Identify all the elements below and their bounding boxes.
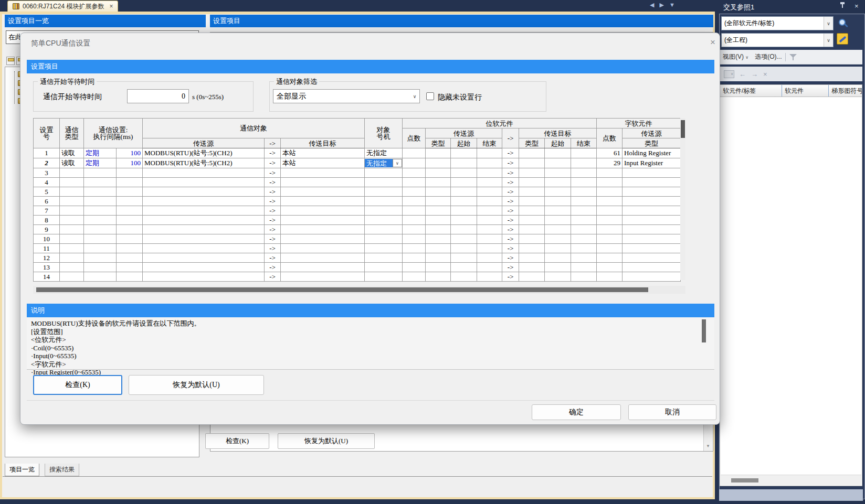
tab-item-list[interactable]: 项目一览: [5, 464, 39, 476]
cell-bit-dst-type[interactable]: [519, 158, 545, 168]
cell-target-station[interactable]: [365, 187, 403, 197]
cell-word-points: [597, 206, 623, 216]
cell-target-station[interactable]: [365, 263, 403, 272]
wait-time-input[interactable]: 0: [127, 89, 189, 103]
filter-dropdown[interactable]: 全部显示 ∨: [273, 89, 420, 103]
cell-comm-type[interactable]: [60, 244, 84, 253]
options-menu[interactable]: 选项(O)...: [755, 52, 782, 61]
description-scrollbar-thumb[interactable]: [702, 319, 706, 342]
cell-comm-type[interactable]: [60, 253, 84, 263]
cell-bit-dst-type[interactable]: [519, 148, 545, 158]
scrollbar-thumb[interactable]: [36, 287, 648, 292]
cell-dest: [281, 225, 365, 234]
cell-target-station[interactable]: [365, 253, 403, 263]
cell-comm-setting: [84, 168, 117, 178]
cell-comm-type[interactable]: 读取: [60, 148, 84, 158]
combo-dropdown-icon[interactable]: ∨: [824, 17, 833, 30]
display-mode-icon[interactable]: ∨: [724, 70, 734, 78]
tab-search-result[interactable]: 搜索结果: [45, 464, 79, 476]
cell-comm-type[interactable]: [60, 225, 84, 234]
cell-comm-type[interactable]: [60, 187, 84, 197]
cell-comm-setting[interactable]: 定期: [84, 158, 117, 168]
next-tab-icon[interactable]: ▶: [659, 2, 663, 8]
panel-close-icon[interactable]: ×: [855, 2, 859, 10]
cell-comm-type[interactable]: [60, 216, 84, 225]
cell-word-src-type: [623, 225, 681, 234]
device-filter-combobox[interactable]: (全部软元件/标签) ∨: [721, 16, 834, 30]
cell-comm-type[interactable]: [60, 234, 84, 244]
view-menu[interactable]: 视图(V) ∨: [723, 52, 748, 61]
scroll-down-icon[interactable]: ▼: [705, 443, 711, 449]
cell-target-station[interactable]: 无指定: [365, 148, 403, 158]
table-horizontal-scrollbar[interactable]: [33, 286, 685, 294]
cell-source[interactable]: MODBUS(RTU)(站号:5)(CH2): [143, 148, 265, 158]
crossref-horizontal-scrollbar[interactable]: [721, 475, 861, 485]
cell-comm-type[interactable]: [60, 263, 84, 272]
cell-bit-src-type[interactable]: [426, 158, 451, 168]
cell-target-station[interactable]: [365, 168, 403, 178]
cell-comm-type[interactable]: [60, 272, 84, 282]
cell-comm-type[interactable]: [60, 168, 84, 178]
cell-bit-arrow: ->: [502, 206, 519, 216]
tab-close-icon[interactable]: ×: [109, 3, 113, 10]
check-button[interactable]: 检查(K): [33, 375, 122, 395]
cell-bit-src-type[interactable]: [426, 148, 451, 158]
cell-word-src-type[interactable]: Holding Register: [623, 148, 681, 158]
cell-exec-interval[interactable]: 100: [117, 148, 143, 158]
cell-target-station[interactable]: [365, 206, 403, 216]
cell-target-station[interactable]: [365, 234, 403, 244]
cell-comm-setting[interactable]: 定期: [84, 148, 117, 158]
cell-comm-type[interactable]: [60, 178, 84, 187]
restore-default-button[interactable]: 恢复为默认(U): [129, 375, 264, 395]
background-check-button[interactable]: 检查(K): [205, 433, 269, 449]
pin-icon[interactable]: [842, 4, 843, 8]
filter-icon[interactable]: [789, 53, 797, 61]
cell-source[interactable]: MODBUS(RTU)(站号:5)(CH2): [143, 158, 265, 168]
table-row: 11->->: [34, 244, 681, 253]
cell-target-station[interactable]: [365, 272, 403, 282]
table-row: 12->->: [34, 253, 681, 263]
scrollbar-thumb[interactable]: [731, 478, 758, 482]
cell-target-station[interactable]: [365, 225, 403, 234]
hide-unset-rows-checkbox[interactable]: [426, 92, 434, 100]
background-restore-default-button[interactable]: 恢复为默认(U): [278, 433, 375, 449]
tab-list-icon[interactable]: ▼: [669, 2, 675, 8]
cancel-button[interactable]: 取消: [628, 404, 716, 420]
cell-exec-interval[interactable]: 100: [117, 158, 143, 168]
scope-combobox[interactable]: (全工程) ∨: [721, 33, 834, 47]
cell-target-station[interactable]: 无指定∨: [365, 158, 403, 168]
table-vertical-scrollbar[interactable]: [680, 118, 685, 280]
next-reference-icon[interactable]: →: [751, 70, 758, 78]
hide-unset-rows-label: 隐藏未设置行: [438, 93, 482, 102]
cell-target-station[interactable]: [365, 197, 403, 206]
column-ladder-symbol[interactable]: 梯形图符号: [828, 85, 862, 96]
cell-target-station[interactable]: [365, 216, 403, 225]
target-station-dropdown-icon[interactable]: ∨: [393, 159, 402, 167]
panel-title: 交叉参照1: [723, 3, 754, 12]
cell-exec-interval: [117, 263, 143, 272]
target-station-selected-value[interactable]: 无指定: [365, 159, 393, 167]
cell-target-station[interactable]: [365, 244, 403, 253]
document-tab[interactable]: 0060:RJ71C24 模块扩展参数 ×: [7, 1, 118, 12]
column-device[interactable]: 软元件: [782, 85, 828, 96]
dialog-close-icon[interactable]: ×: [707, 37, 719, 48]
clear-reference-icon[interactable]: ×: [763, 70, 767, 78]
cell-comm-type[interactable]: 读取: [60, 158, 84, 168]
cell-comm-type[interactable]: [60, 197, 84, 206]
cell-target-station[interactable]: [365, 178, 403, 187]
cell-comm-setting: [84, 216, 117, 225]
scrollbar-thumb[interactable]: [681, 120, 685, 138]
cell-bit-dst-start: [545, 197, 571, 206]
condition-settings-icon[interactable]: [837, 33, 848, 45]
tree-expand-icon[interactable]: [6, 57, 15, 65]
ok-button[interactable]: 确定: [532, 404, 621, 420]
search-icon[interactable]: [839, 19, 846, 26]
cell-comm-type[interactable]: [60, 206, 84, 216]
combo-dropdown-icon[interactable]: ∨: [824, 34, 833, 47]
prev-tab-icon[interactable]: ◀: [650, 2, 654, 8]
header-bit-dst-start: 起始: [545, 138, 571, 148]
previous-reference-icon[interactable]: ←: [739, 70, 746, 78]
column-device-label[interactable]: 软元件/标签: [720, 85, 782, 96]
dropdown-chevron-icon[interactable]: ∨: [410, 90, 419, 103]
cell-word-src-type[interactable]: Input Register: [623, 158, 681, 168]
